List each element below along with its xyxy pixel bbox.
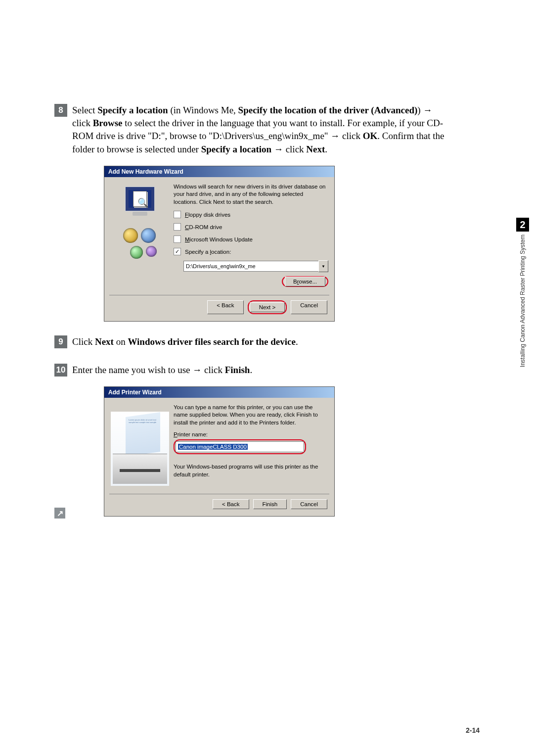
lbl: icrosoft Windows Update [190,236,253,242]
t: click [202,365,224,375]
arrow-icon: → [423,105,432,115]
arrow-icon: → [274,144,283,154]
checkbox-icon [174,211,181,218]
t: Next [306,144,325,154]
dialog2-illustration: Lorem ipsum dolor sit amet text sample t… [110,404,170,486]
t: (in Windows Me, [168,105,238,115]
finish-button[interactable]: Finish [253,499,287,509]
lbl: D-ROM drive [189,224,222,230]
step-number-8: 8 [54,104,67,117]
checkbox-icon [174,223,181,231]
page-number: 2-14 [466,726,480,734]
arrow-up-right-icon: ↗ [57,509,63,518]
lbl: rinter name: [178,431,208,437]
lbl: ocation: [211,249,231,255]
t: click [72,118,93,128]
hardware-wizard-dialog: Add New Hardware Wizard 🔍 [104,166,335,322]
cancel-button[interactable]: Cancel [291,499,327,509]
dialog2-titlebar: Add Printer Wizard [104,387,334,398]
dialog1-illustration: 🔍 [110,183,170,287]
monitor-icon: 🔍 [125,186,155,212]
printer-icon: Lorem ipsum dolor sit amet text sample t… [111,412,169,486]
t: Click [72,336,95,347]
location-value: D:\Drivers\us_eng\win9x_me [186,263,256,269]
t: Next [95,336,114,347]
t: . [250,365,252,375]
step-9-text: Click Next on Windows driver files searc… [72,335,298,348]
step-8-text: Select Specify a location (in Windows Me… [72,104,448,156]
chapter-tab: 2 Installing Canon Advanced Raster Print… [516,218,529,367]
chapter-label: Installing Canon Advanced Raster Printin… [519,235,526,367]
highlight-circle: Browse... [282,276,328,287]
step-9: 9 Click Next on Windows driver files sea… [54,335,480,348]
t: . [296,336,298,347]
t: click [340,131,362,141]
t: ) [417,105,423,115]
location-input[interactable]: D:\Drivers\us_eng\win9x_me [183,261,319,272]
chapter-number: 2 [516,218,529,232]
gear-icon [146,246,157,257]
return-icon[interactable]: ↗ [54,508,65,519]
back-button[interactable]: < Back [213,499,249,509]
t: Specify a location [97,105,168,115]
t: Specify the location of the driver (Adva… [238,105,418,115]
highlight-circle: Next > [248,300,287,314]
step-10: 10 Enter the name you wish to use → clic… [54,364,480,377]
step-number-9: 9 [54,335,67,348]
checkbox-icon [174,236,181,243]
checkbox-cdrom[interactable]: CD-ROM drive [174,223,328,231]
t: " [324,131,331,141]
lbl: Specify a [185,249,210,255]
t: OK [363,131,378,141]
gear-icon [123,228,138,243]
checkbox-windows-update[interactable]: Microsoft Windows Update [174,236,328,243]
t: . [325,144,327,154]
next-button[interactable]: Next > [250,302,285,312]
cancel-button[interactable]: Cancel [291,300,327,314]
t: click [283,144,306,154]
browse-button[interactable]: Browse... [285,277,325,286]
printer-wizard-dialog: Add Printer Wizard Lorem ipsum dolor sit… [104,386,335,517]
t: Specify a location [201,144,272,154]
step-number-10: 10 [54,364,67,377]
gear-icon [130,246,143,259]
dropdown-button[interactable]: ▼ [318,260,328,272]
magnifier-icon: 🔍 [137,197,148,208]
checkbox-icon-checked: ✓ [174,248,181,255]
t: Select [72,105,97,115]
arrow-icon: → [330,131,340,141]
highlight-circle: Canon imageCLASS D300 [174,439,306,454]
dialog2-intro: You can type a name for this printer, or… [174,404,328,427]
gear-icon [141,228,156,243]
path-text: D:\Drivers\us_eng\win9x_me [213,131,324,141]
default-printer-note: Your Windows-based programs will use thi… [174,463,328,478]
back-button[interactable]: < Back [207,300,243,314]
checkbox-specify-location[interactable]: ✓ Specify a location: [174,248,328,255]
step-8: 8 Select Specify a location (in Windows … [54,104,480,156]
t: Finish [225,365,250,375]
t: Windows driver files search for the devi… [128,336,296,347]
checkbox-floppy[interactable]: Floppy disk drives [174,211,328,218]
t: Enter the name you wish to use [72,365,192,375]
dialog1-titlebar: Add New Hardware Wizard [104,166,334,177]
t: Browse [93,118,123,128]
printer-name-value: Canon imageCLASS D300 [178,444,248,450]
printer-name-input[interactable]: Canon imageCLASS D300 [176,441,304,452]
t: on [114,336,128,347]
step-10-text: Enter the name you wish to use → click F… [72,364,252,377]
lbl: loppy disk drives [188,212,230,218]
dialog1-intro: Windows will search for new drivers in i… [174,183,328,206]
arrow-icon: → [192,365,202,375]
